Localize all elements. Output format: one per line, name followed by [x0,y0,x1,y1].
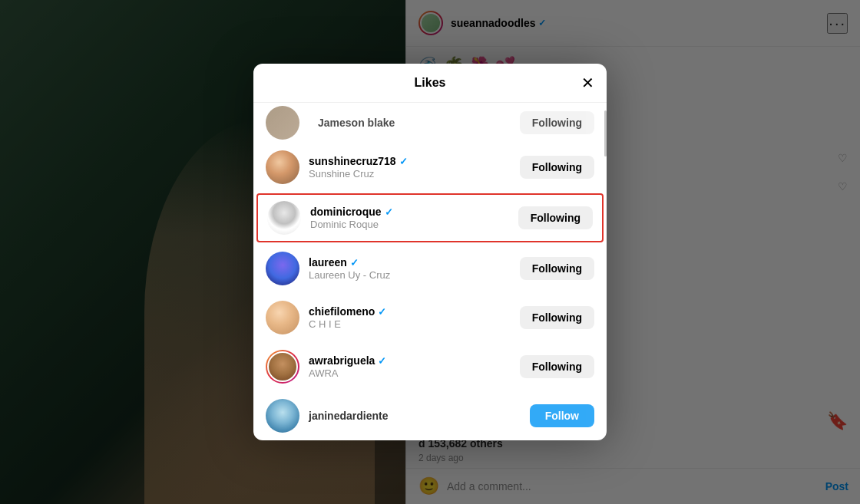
modal-user-list: Jameson blake Following sunshinecruz718 … [253,103,607,440]
following-button[interactable]: Following [520,257,594,280]
user-avatar [266,301,299,334]
avatar-image [266,301,299,334]
modal-title: Likes [415,76,446,90]
username-label: Jameson blake [318,117,395,129]
avatar-image [266,252,299,285]
user-info: chiefilomeno ✓ C H I E [309,305,520,330]
user-username: sunshinecruz718 ✓ [309,155,520,167]
user-username: chiefilomeno ✓ [309,305,520,318]
user-avatar [266,350,299,384]
list-item[interactable]: Jameson blake Following [253,103,607,143]
user-fullname: C H I E [309,318,520,330]
verified-badge: ✓ [385,206,393,218]
list-item[interactable]: laureen ✓ Laureen Uy - Cruz Following [253,244,607,293]
scroll-thumb [604,110,607,156]
scrollbar[interactable] [604,103,607,440]
user-username: dominicroque ✓ [310,206,518,218]
username-label: janinedardiente [309,410,388,422]
modal-header: Likes ✕ [253,64,607,103]
modal-close-button[interactable]: ✕ [581,74,594,92]
list-item[interactable]: chiefilomeno ✓ C H I E Following [253,293,607,342]
avatar-image [266,150,299,184]
list-item[interactable]: awrabriguela ✓ AWRA Following [253,342,607,391]
following-button[interactable]: Following [520,156,594,179]
user-avatar [266,150,299,184]
verified-badge: ✓ [350,257,359,268]
user-info: laureen ✓ Laureen Uy - Cruz [309,256,520,281]
verified-badge: ✓ [399,156,408,167]
likes-modal: Likes ✕ Jameson blake Following [253,64,607,440]
follow-button[interactable]: Follow [530,404,594,427]
verified-badge: ✓ [378,306,386,318]
user-info: Jameson blake [318,117,520,129]
user-info: sunshinecruz718 ✓ Sunshine Cruz [309,155,520,180]
modal-overlay: Likes ✕ Jameson blake Following [0,0,860,504]
avatar-image [267,201,301,235]
user-fullname: Sunshine Cruz [309,168,520,180]
following-button[interactable]: Following [520,355,594,378]
user-username: laureen ✓ [309,256,520,268]
user-username: awrabriguela ✓ [309,354,520,367]
user-fullname: Laureen Uy - Cruz [309,269,520,281]
user-info: awrabriguela ✓ AWRA [309,354,520,379]
user-avatar [267,201,301,235]
username-label: awrabriguela [309,354,375,367]
following-button[interactable]: Following [520,111,594,134]
user-fullname: AWRA [309,367,520,379]
list-item[interactable]: janinedardiente Follow [253,391,607,440]
user-avatar [266,252,299,285]
user-avatar [266,399,299,433]
username-label: laureen [309,256,347,268]
user-username: Jameson blake [318,117,520,129]
user-avatar [266,106,299,140]
username-label: dominicroque [310,206,382,218]
user-info: janinedardiente [309,410,530,422]
verified-badge: ✓ [378,355,386,367]
username-label: sunshinecruz718 [309,155,396,167]
avatar-image [266,399,299,433]
list-item[interactable]: sunshinecruz718 ✓ Sunshine Cruz Followin… [253,143,607,192]
user-username: janinedardiente [309,410,530,422]
user-fullname: Dominic Roque [310,219,518,230]
list-item[interactable]: dominicroque ✓ Dominic Roque Following [256,193,604,242]
following-button[interactable]: Following [520,306,594,329]
username-label: chiefilomeno [309,305,375,318]
user-info: dominicroque ✓ Dominic Roque [310,206,518,230]
following-button[interactable]: Following [518,206,593,229]
avatar-image [267,351,298,382]
